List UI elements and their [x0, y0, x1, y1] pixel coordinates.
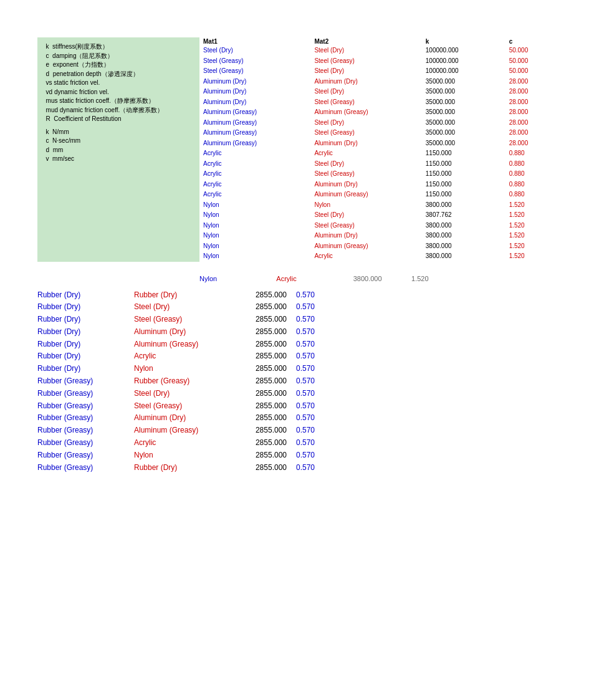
- cell-k: 35000.000: [422, 87, 505, 97]
- bottom-c: 0.570: [296, 462, 327, 474]
- list-item: Rubber (Greasy) Steel (Greasy) 2855.000 …: [37, 400, 552, 413]
- bottom-mat2: Acrylic: [134, 350, 234, 363]
- unit-d: d mm: [42, 146, 194, 155]
- bottom-mat1: Rubber (Greasy): [37, 437, 134, 449]
- bottom-k: 2855.000: [234, 449, 296, 462]
- partial-row: Nylon Acrylic 3800.000 1.520: [199, 274, 552, 283]
- divider-area: Nylon Acrylic 3800.000 1.520: [199, 274, 552, 283]
- cell-c: 28.000: [505, 138, 552, 149]
- cell-k: 35000.000: [422, 118, 505, 128]
- bottom-mat1: Rubber (Greasy): [37, 462, 134, 474]
- list-item: Rubber (Greasy) Aluminum (Greasy) 2855.0…: [37, 424, 552, 437]
- cell-mat1: Aluminum (Dry): [199, 77, 310, 87]
- cell-k: 3800.000: [422, 231, 505, 241]
- cell-c: 28.000: [505, 118, 552, 128]
- cell-mat2: Steel (Greasy): [310, 221, 421, 231]
- cell-k: 1150.000: [422, 159, 505, 170]
- bottom-mat1: Rubber (Dry): [37, 326, 134, 338]
- bottom-c: 0.570: [296, 326, 327, 338]
- cell-mat2: Aluminum (Greasy): [310, 241, 421, 252]
- bottom-k: 2855.000: [234, 314, 296, 326]
- list-item: Rubber (Greasy) Aluminum (Dry) 2855.000 …: [37, 412, 552, 424]
- page: k stiffness(刚度系数） c damping（阻尼系数） e expo…: [0, 0, 589, 700]
- cell-k: 35000.000: [422, 107, 505, 118]
- bottom-c: 0.570: [296, 289, 327, 302]
- list-item: Rubber (Dry) Aluminum (Dry) 2855.000 0.5…: [37, 326, 552, 338]
- cell-mat1: Aluminum (Dry): [199, 87, 310, 97]
- bottom-mat1: Rubber (Dry): [37, 314, 134, 326]
- cell-k: 3800.000: [422, 251, 505, 262]
- param-c: c damping（阻尼系数）: [42, 52, 194, 61]
- cell-c: 50.000: [505, 56, 552, 67]
- bottom-mat1: Rubber (Dry): [37, 289, 134, 302]
- cell-mat1: Steel (Dry): [199, 46, 310, 56]
- table-row: Aluminum (Greasy) Steel (Greasy) 35000.0…: [199, 128, 552, 138]
- bottom-c: 0.570: [296, 301, 327, 314]
- bottom-c: 0.570: [296, 363, 327, 375]
- cell-c: 1.520: [505, 231, 552, 241]
- cell-mat2: Aluminum (Dry): [310, 180, 421, 190]
- table-row: Aluminum (Dry) Steel (Greasy) 35000.000 …: [199, 97, 552, 108]
- cell-c: 0.880: [505, 159, 552, 170]
- bottom-mat1: Rubber (Greasy): [37, 400, 134, 413]
- bottom-c: 0.570: [296, 338, 327, 351]
- cell-c: 28.000: [505, 77, 552, 87]
- unit-k: k N/mm: [42, 128, 194, 137]
- header-k: k: [422, 37, 505, 46]
- cell-k: 100000.000: [422, 56, 505, 67]
- bottom-mat2: Rubber (Greasy): [134, 375, 234, 388]
- bottom-mat2: Aluminum (Greasy): [134, 424, 234, 437]
- param-vs: vs static friction vel.: [42, 79, 194, 88]
- cell-mat2: Acrylic: [310, 251, 421, 262]
- bottom-mat2: Steel (Greasy): [134, 314, 234, 326]
- param-mus: mus static friction coeff.（静摩擦系数）: [42, 97, 194, 106]
- bottom-mat2: Aluminum (Dry): [134, 412, 234, 424]
- cell-k: 35000.000: [422, 77, 505, 87]
- cell-mat1: Nylon: [199, 200, 310, 211]
- bottom-k: 2855.000: [234, 437, 296, 449]
- cell-mat1: Aluminum (Greasy): [199, 107, 310, 118]
- table-row: Steel (Greasy) Steel (Greasy) 100000.000…: [199, 56, 552, 67]
- cell-c: 0.880: [505, 169, 552, 180]
- cell-c: 1.520: [505, 251, 552, 262]
- bottom-mat2: Steel (Dry): [134, 388, 234, 400]
- table-row: Steel (Greasy) Steel (Dry) 100000.000 50…: [199, 66, 552, 77]
- bottom-mat1: Rubber (Greasy): [37, 375, 134, 388]
- cell-k: 100000.000: [422, 66, 505, 77]
- bottom-mat1: Rubber (Dry): [37, 301, 134, 314]
- cell-mat2: Steel (Dry): [310, 118, 421, 128]
- unit-c: c N·sec/mm: [42, 137, 194, 146]
- param-d: d penetration depth（渗透深度）: [42, 70, 194, 79]
- table-row: Acrylic Aluminum (Greasy) 1150.000 0.880: [199, 189, 552, 200]
- bottom-k: 2855.000: [234, 388, 296, 400]
- cell-mat2: Aluminum (Dry): [310, 77, 421, 87]
- bottom-mat1: Rubber (Greasy): [37, 412, 134, 424]
- param-k: k stiffness(刚度系数）: [42, 42, 194, 52]
- cell-k: 100000.000: [422, 46, 505, 56]
- table-row: Nylon Aluminum (Greasy) 3800.000 1.520: [199, 241, 552, 252]
- list-item: Rubber (Dry) Rubber (Dry) 2855.000 0.570: [37, 289, 552, 302]
- cell-mat1: Aluminum (Greasy): [199, 118, 310, 128]
- cell-mat1: Aluminum (Dry): [199, 97, 310, 108]
- cell-mat2: Steel (Greasy): [310, 56, 421, 67]
- bottom-mat1: Rubber (Dry): [37, 338, 134, 351]
- cell-mat1: Nylon: [199, 251, 310, 262]
- bottom-k: 2855.000: [234, 301, 296, 314]
- param-vd: vd dynamic friction vel.: [42, 88, 194, 97]
- cell-c: 50.000: [505, 66, 552, 77]
- header-mat2: Mat2: [310, 37, 421, 46]
- cell-k: 1150.000: [422, 180, 505, 190]
- bottom-mat2: Aluminum (Dry): [134, 326, 234, 338]
- list-item: Rubber (Dry) Acrylic 2855.000 0.570: [37, 350, 552, 363]
- cell-k: 1150.000: [422, 189, 505, 200]
- cell-mat1: Aluminum (Greasy): [199, 138, 310, 149]
- cell-mat2: Aluminum (Dry): [310, 138, 421, 149]
- list-item: Rubber (Dry) Nylon 2855.000 0.570: [37, 363, 552, 375]
- cell-k: 3807.762: [422, 210, 505, 221]
- bottom-mat1: Rubber (Greasy): [37, 449, 134, 462]
- cell-mat2: Steel (Greasy): [310, 128, 421, 138]
- bottom-k: 2855.000: [234, 338, 296, 351]
- bottom-k: 2855.000: [234, 412, 296, 424]
- cell-mat1: Steel (Greasy): [199, 56, 310, 67]
- cell-k: 1150.000: [422, 148, 505, 159]
